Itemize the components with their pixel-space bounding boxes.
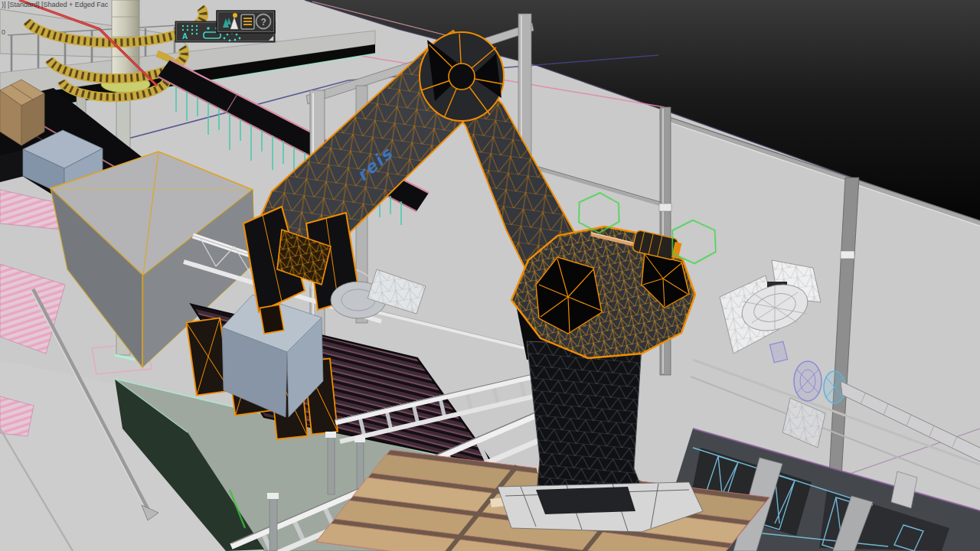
viewport-3d[interactable]: reis <box>0 0 980 551</box>
svg-text:?: ? <box>261 17 266 28</box>
overlay-digit: 0 <box>2 28 5 36</box>
robot-elbow <box>420 32 504 121</box>
scene-canvas[interactable]: reis <box>0 0 980 551</box>
viewport-label: )] [Standard] [Shaded + Edged Fac <box>2 1 109 8</box>
plugin-toolbar-right[interactable]: ? <box>217 11 275 33</box>
svg-text:A: A <box>182 32 188 41</box>
list-options-icon[interactable] <box>241 15 254 29</box>
cardboard-box[interactable] <box>0 80 44 145</box>
